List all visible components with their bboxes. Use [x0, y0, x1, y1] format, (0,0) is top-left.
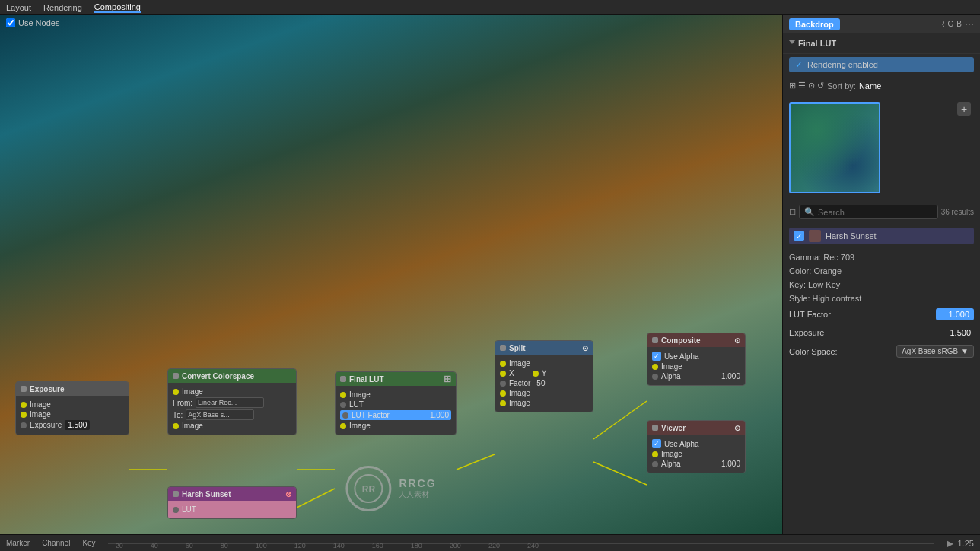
more-options-icon[interactable]: ⋯ — [965, 19, 974, 30]
socket-in — [652, 364, 658, 370]
use-nodes-checkbox[interactable] — [6, 18, 15, 27]
color-space-value: AgX Base sRGB — [902, 347, 958, 355]
composite-use-alpha-row: ✓ Use Alpha — [652, 352, 740, 361]
collapse-icon[interactable] — [21, 386, 27, 392]
split-factor-value[interactable]: 50 — [536, 379, 545, 387]
collapse-icon[interactable] — [500, 345, 506, 351]
exposure-value[interactable]: 1.500 — [65, 420, 90, 430]
timeline-num-240: 240 — [527, 542, 539, 549]
filter-icon[interactable]: ⊟ — [789, 207, 796, 217]
node-convert-colorspace[interactable]: Convert Colorspace Image From: Linear Re… — [167, 368, 297, 435]
node-final-lut[interactable]: Final LUT ⊞ Image LUT LUT Factor — [335, 371, 457, 435]
triangle-open-icon — [789, 40, 795, 47]
color-row: Color: Orange — [789, 266, 974, 276]
collapse-icon[interactable] — [173, 373, 179, 379]
split-factor-row: Factor 50 — [500, 379, 588, 387]
node-split-body: Image X Y Factor 50 Im — [495, 355, 593, 412]
key-row: Key: Low Key — [789, 279, 974, 290]
final-lut-factor-value[interactable]: 1.000 — [430, 411, 449, 419]
node-exposure[interactable]: Exposure Image Image Exposure 1.500 — [15, 381, 129, 435]
final-lut-section-header[interactable]: Final LUT — [789, 37, 974, 50]
node-final-lut-title: Final LUT — [349, 375, 384, 384]
composite-use-alpha-check[interactable]: ✓ — [652, 352, 661, 361]
final-lut-row: LUT — [340, 400, 451, 409]
composite-icon: ⊙ — [734, 336, 740, 345]
viewer-use-alpha-check[interactable]: ✓ — [652, 439, 661, 448]
collapse-icon[interactable] — [340, 376, 346, 382]
convert-from-select[interactable]: Linear Rec... — [196, 397, 264, 408]
color-label: Color: Orange — [789, 266, 842, 276]
add-lut-button[interactable]: + — [957, 102, 971, 116]
channel-g[interactable]: G — [948, 20, 954, 28]
socket-exp — [21, 422, 27, 428]
composite-image-row: Image — [652, 362, 740, 371]
exposure-label: Image — [30, 410, 51, 419]
socket-y — [533, 371, 539, 377]
search-row: ⊟ 🔍 36 results — [789, 202, 974, 221]
lut-factor-value[interactable]: 1.000 — [936, 308, 974, 320]
socket-lut-out — [173, 507, 179, 513]
results-count: 36 results — [941, 208, 974, 216]
tab-layout[interactable]: Layout — [6, 3, 31, 12]
node-viewer-header: Viewer ⊙ — [648, 421, 745, 435]
refresh-icon[interactable]: ↺ — [817, 81, 824, 91]
timeline-play-icon[interactable]: ▶ — [947, 538, 953, 549]
split-factor-label: Factor — [509, 379, 530, 387]
exposure-value-right[interactable]: 1.500 — [947, 326, 974, 339]
tab-compositing[interactable]: Compositing — [94, 2, 141, 13]
rendering-enabled-row[interactable]: ✓ Rendering enabled — [789, 57, 974, 72]
lut-item-harsh-sunset[interactable]: ✓ Harsh Sunset — [789, 228, 974, 244]
split-xy-row: X Y — [500, 369, 588, 377]
exposure-image-label: Image — [30, 400, 51, 409]
composite-alpha-value[interactable]: 1.000 — [721, 372, 740, 381]
harsh-sunset-close-icon[interactable]: ⊗ — [285, 490, 291, 498]
composite-image-label: Image — [661, 362, 682, 371]
timeline-track-area[interactable]: 20 40 60 80 100 120 140 160 180 200 220 … — [108, 535, 934, 551]
viewer-alpha-value[interactable]: 1.000 — [721, 460, 740, 468]
view-icons: ⊞ ☰ ⊙ ↺ — [789, 81, 824, 91]
collapse-icon[interactable] — [652, 425, 658, 431]
viewer-alpha-row: Alpha 1.000 — [652, 460, 740, 468]
node-viewer[interactable]: Viewer ⊙ ✓ Use Alpha Image Alpha — [647, 420, 746, 473]
viewer-icon: ⊙ — [734, 424, 740, 432]
timeline-num-80: 80 — [221, 542, 228, 549]
node-composite-body: ✓ Use Alpha Image Alpha 1.000 — [648, 347, 745, 385]
collapse-icon[interactable] — [173, 491, 179, 497]
timeline-num-160: 160 — [372, 542, 383, 549]
node-viewer-title: Viewer — [661, 424, 686, 432]
node-harsh-sunset[interactable]: Harsh Sunset ⊗ LUT — [167, 486, 297, 519]
lut-item-check[interactable]: ✓ — [794, 231, 804, 241]
node-split[interactable]: Split ⊙ Image X Y — [495, 340, 593, 412]
viewer-use-alpha-label: Use Alpha — [664, 440, 699, 448]
timeline-frame-value[interactable]: 1.25 — [958, 539, 974, 548]
lut-item-label: Harsh Sunset — [826, 231, 877, 240]
channel-r[interactable]: R — [939, 20, 944, 28]
svg-line-5 — [297, 489, 335, 508]
color-space-dropdown[interactable]: AgX Base sRGB ▼ — [896, 345, 974, 358]
grid-view-icon[interactable]: ⊞ — [789, 81, 796, 91]
right-panel: Backdrop R G B ⋯ Final LUT ✓ Rendering e… — [782, 15, 980, 534]
svg-line-3 — [593, 401, 647, 439]
node-composite[interactable]: Composite ⊙ ✓ Use Alpha Image Alpha — [647, 333, 746, 386]
search-section: ⊟ 🔍 36 results — [783, 199, 980, 225]
viewer-use-alpha-row: ✓ Use Alpha — [652, 439, 740, 448]
backdrop-button[interactable]: Backdrop — [789, 18, 840, 30]
channel-b[interactable]: B — [956, 20, 962, 28]
lut-thumbnail[interactable] — [789, 102, 880, 193]
split-image-out2-label: Image — [509, 399, 530, 407]
final-lut-icon: ⊞ — [444, 374, 451, 384]
search-input[interactable] — [818, 208, 933, 217]
tab-rendering[interactable]: Rendering — [43, 3, 82, 12]
convert-to-select[interactable]: AgX Base s... — [186, 409, 254, 420]
sort-name-label[interactable]: Name — [859, 81, 881, 91]
node-editor: Exposure Image Image Exposure 1.500 — [0, 321, 782, 534]
search-input-wrap: 🔍 — [799, 205, 938, 219]
use-nodes-control[interactable]: Use Nodes — [6, 18, 59, 27]
split-image-out2: Image — [500, 399, 588, 407]
socket-out2 — [500, 400, 506, 406]
socket-alpha — [652, 461, 658, 467]
list-view-icon[interactable]: ☰ — [798, 81, 806, 91]
node-exposure-header: Exposure — [16, 382, 129, 396]
collapse-icon[interactable] — [652, 337, 658, 343]
filter-icon[interactable]: ⊙ — [808, 81, 815, 91]
